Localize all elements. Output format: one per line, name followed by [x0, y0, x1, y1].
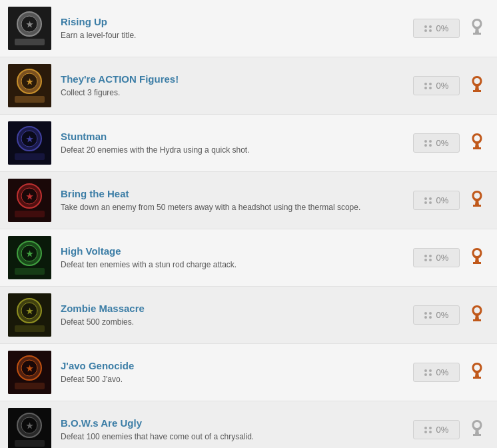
progress-dots-icon — [424, 83, 432, 89]
achievement-title-rising-up: Rising Up — [61, 16, 402, 27]
achievement-desc-stuntman: Defeat 20 enemies with the Hydra using a… — [61, 145, 402, 156]
progress-badge-rising-up[interactable]: 0% — [413, 19, 460, 38]
svg-text:★: ★ — [26, 307, 33, 316]
trophy-icon-action-figures — [465, 74, 489, 98]
achievement-desc-action-figures: Collect 3 figures. — [61, 87, 402, 99]
trophy-icon-zombie-massacre — [465, 303, 489, 327]
achievement-info-bring-the-heat: Bring the Heat Take down an enemy from 5… — [61, 188, 402, 213]
achievement-badge-stuntman: ★ — [8, 121, 51, 165]
achievement-right-zombie-massacre: 0% — [413, 303, 489, 327]
achievement-title-high-voltage: High Voltage — [61, 245, 402, 257]
achievement-badge-javo-genocide: ★ — [8, 351, 51, 394]
achievement-title-zombie-massacre: Zombie Massacre — [61, 303, 402, 314]
progress-value-stuntman: 0% — [436, 138, 449, 148]
progress-badge-bows-are-ugly[interactable]: 0% — [413, 420, 460, 439]
achievement-desc-bring-the-heat: Take down an enemy from 50 meters away w… — [61, 202, 402, 213]
achievement-item-high-voltage: ★ High Voltage Defeat ten enemies with a… — [0, 229, 497, 287]
achievement-item-bring-the-heat: ★ Bring the Heat Take down an enemy from… — [0, 172, 497, 229]
svg-rect-9 — [15, 96, 45, 103]
achievement-title-action-figures: They're ACTION Figures! — [61, 73, 402, 85]
svg-rect-19 — [15, 211, 45, 217]
achievement-desc-high-voltage: Defeat ten enemies with a stun rod charg… — [61, 259, 402, 271]
achievement-desc-zombie-massacre: Defeat 500 zombies. — [61, 317, 402, 328]
trophy-icon-high-voltage — [465, 246, 489, 270]
achievement-title-bows-are-ugly: B.O.W.s Are Ugly — [61, 417, 402, 429]
svg-rect-39 — [15, 440, 45, 447]
svg-text:★: ★ — [26, 77, 33, 87]
progress-value-zombie-massacre: 0% — [436, 310, 449, 320]
progress-badge-stuntman[interactable]: 0% — [413, 133, 460, 153]
progress-dots-icon — [424, 140, 432, 147]
achievement-title-bring-the-heat: Bring the Heat — [61, 188, 402, 199]
progress-dots-icon — [424, 25, 432, 32]
achievement-right-javo-genocide: 0% — [413, 361, 489, 385]
achievement-badge-high-voltage: ★ — [8, 236, 51, 279]
achievement-desc-javo-genocide: Defeat 500 J'avo. — [61, 374, 402, 385]
achievement-item-zombie-massacre: ★ Zombie Massacre Defeat 500 zombies. 0% — [0, 287, 497, 344]
progress-dots-icon — [424, 312, 432, 319]
achievement-right-high-voltage: 0% — [413, 246, 489, 270]
progress-badge-zombie-massacre[interactable]: 0% — [413, 305, 460, 325]
achievement-badge-action-figures: ★ — [8, 64, 51, 107]
progress-value-high-voltage: 0% — [436, 253, 449, 263]
achievement-badge-bring-the-heat: ★ — [8, 179, 51, 222]
achievement-info-rising-up: Rising Up Earn a level-four title. — [61, 16, 402, 41]
progress-badge-high-voltage[interactable]: 0% — [413, 248, 460, 267]
achievement-right-bows-are-ugly: 0% — [413, 418, 489, 442]
achievement-item-javo-genocide: ★ J'avo Genocide Defeat 500 J'avo. 0% — [0, 344, 497, 401]
svg-rect-34 — [15, 383, 45, 389]
svg-rect-14 — [15, 153, 45, 160]
progress-value-action-figures: 0% — [436, 81, 449, 91]
achievement-info-zombie-massacre: Zombie Massacre Defeat 500 zombies. — [61, 303, 402, 328]
svg-text:★: ★ — [26, 20, 33, 29]
achievement-desc-bows-are-ugly: Defeat 100 enemies that have come out of… — [61, 431, 402, 443]
trophy-icon-stuntman — [465, 131, 489, 155]
svg-text:★: ★ — [26, 364, 33, 373]
achievement-item-stuntman: ★ Stuntman Defeat 20 enemies with the Hy… — [0, 115, 497, 172]
achievement-right-action-figures: 0% — [413, 74, 489, 98]
svg-text:★: ★ — [26, 135, 33, 144]
achievement-right-rising-up: 0% — [413, 17, 489, 41]
progress-dots-icon — [424, 255, 432, 261]
progress-value-bring-the-heat: 0% — [436, 195, 449, 205]
svg-text:★: ★ — [26, 249, 33, 259]
trophy-icon-bows-are-ugly — [465, 418, 489, 442]
progress-badge-javo-genocide[interactable]: 0% — [413, 363, 460, 382]
achievement-item-action-figures: ★ They're ACTION Figures! Collect 3 figu… — [0, 57, 497, 115]
achievement-desc-rising-up: Earn a level-four title. — [61, 30, 402, 41]
progress-dots-icon — [424, 197, 432, 204]
svg-rect-29 — [15, 325, 45, 332]
achievement-list: ★ Rising Up Earn a level-four title. 0% — [0, 0, 497, 448]
svg-rect-4 — [15, 39, 45, 45]
achievement-right-bring-the-heat: 0% — [413, 189, 489, 213]
progress-value-rising-up: 0% — [436, 23, 449, 33]
achievement-info-action-figures: They're ACTION Figures! Collect 3 figure… — [61, 73, 402, 99]
achievement-info-stuntman: Stuntman Defeat 20 enemies with the Hydr… — [61, 131, 402, 156]
progress-dots-icon — [424, 369, 432, 376]
achievement-item-bows-are-ugly: ★ B.O.W.s Are Ugly Defeat 100 enemies th… — [0, 401, 497, 448]
progress-badge-bring-the-heat[interactable]: 0% — [413, 191, 460, 210]
achievement-info-bows-are-ugly: B.O.W.s Are Ugly Defeat 100 enemies that… — [61, 417, 402, 443]
achievement-info-high-voltage: High Voltage Defeat ten enemies with a s… — [61, 245, 402, 271]
trophy-icon-rising-up — [465, 17, 489, 41]
achievement-info-javo-genocide: J'avo Genocide Defeat 500 J'avo. — [61, 360, 402, 385]
trophy-icon-javo-genocide — [465, 361, 489, 385]
svg-text:★: ★ — [26, 421, 33, 431]
svg-text:★: ★ — [26, 192, 33, 201]
achievement-title-stuntman: Stuntman — [61, 131, 402, 142]
achievement-badge-rising-up: ★ — [8, 7, 51, 50]
trophy-icon-bring-the-heat — [465, 189, 489, 213]
progress-value-bows-are-ugly: 0% — [436, 425, 449, 435]
progress-dots-icon — [424, 427, 432, 433]
svg-rect-24 — [15, 268, 45, 275]
progress-value-javo-genocide: 0% — [436, 367, 449, 377]
progress-badge-action-figures[interactable]: 0% — [413, 76, 460, 95]
achievement-title-javo-genocide: J'avo Genocide — [61, 360, 402, 371]
achievement-badge-bows-are-ugly: ★ — [8, 408, 51, 448]
achievement-right-stuntman: 0% — [413, 131, 489, 155]
achievement-badge-zombie-massacre: ★ — [8, 293, 51, 337]
achievement-item-rising-up: ★ Rising Up Earn a level-four title. 0% — [0, 0, 497, 57]
